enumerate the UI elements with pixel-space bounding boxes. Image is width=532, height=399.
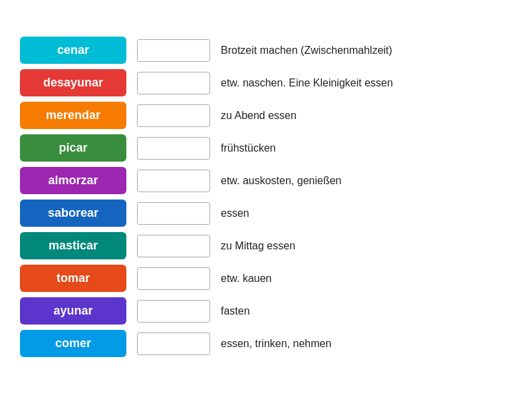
word-button-masticar[interactable]: masticar bbox=[20, 232, 126, 259]
word-button-tomar[interactable]: tomar bbox=[20, 265, 126, 292]
definition-masticar: zu Mittag essen bbox=[221, 240, 295, 252]
table-row: desayunaretw. naschen. Eine Kleinigkeit … bbox=[20, 69, 512, 96]
definition-tomar: etw. kauen bbox=[221, 273, 272, 285]
table-row: merendarzu Abend essen bbox=[20, 102, 512, 129]
answer-input-picar[interactable] bbox=[137, 137, 210, 160]
word-button-cenar[interactable]: cenar bbox=[20, 37, 126, 64]
answer-input-cenar[interactable] bbox=[137, 39, 210, 62]
answer-input-comer[interactable] bbox=[137, 332, 210, 355]
definition-merendar: zu Abend essen bbox=[221, 110, 297, 122]
main-container: cenarBrotzeit machen (Zwischenmahlzeit)d… bbox=[13, 23, 519, 376]
table-row: comeressen, trinken, nehmen bbox=[20, 330, 512, 357]
answer-input-ayunar[interactable] bbox=[137, 300, 210, 323]
table-row: tomaretw. kauen bbox=[20, 265, 512, 292]
table-row: almorzaretw. auskosten, genießen bbox=[20, 167, 512, 194]
word-button-comer[interactable]: comer bbox=[20, 330, 126, 357]
table-row: picarfrühstücken bbox=[20, 134, 512, 162]
word-button-merendar[interactable]: merendar bbox=[20, 102, 126, 129]
answer-input-saborear[interactable] bbox=[137, 202, 210, 225]
answer-input-almorzar[interactable] bbox=[137, 170, 210, 192]
table-row: cenarBrotzeit machen (Zwischenmahlzeit) bbox=[20, 37, 512, 64]
answer-input-masticar[interactable] bbox=[137, 235, 210, 257]
answer-input-tomar[interactable] bbox=[137, 267, 210, 290]
word-button-picar[interactable]: picar bbox=[20, 134, 126, 162]
definition-picar: frühstücken bbox=[221, 142, 276, 154]
answer-input-desayunar[interactable] bbox=[137, 72, 210, 94]
table-row: masticarzu Mittag essen bbox=[20, 232, 512, 259]
definition-almorzar: etw. auskosten, genießen bbox=[221, 175, 341, 187]
table-row: saborearessen bbox=[20, 200, 512, 227]
word-button-desayunar[interactable]: desayunar bbox=[20, 69, 126, 96]
word-button-almorzar[interactable]: almorzar bbox=[20, 167, 126, 194]
definition-comer: essen, trinken, nehmen bbox=[221, 338, 331, 350]
answer-input-merendar[interactable] bbox=[137, 104, 210, 127]
word-button-saborear[interactable]: saborear bbox=[20, 200, 126, 227]
definition-cenar: Brotzeit machen (Zwischenmahlzeit) bbox=[221, 45, 392, 57]
table-row: ayunarfasten bbox=[20, 297, 512, 325]
definition-saborear: essen bbox=[221, 207, 249, 219]
word-button-ayunar[interactable]: ayunar bbox=[20, 297, 126, 325]
definition-ayunar: fasten bbox=[221, 305, 250, 317]
definition-desayunar: etw. naschen. Eine Kleinigkeit essen bbox=[221, 77, 393, 89]
